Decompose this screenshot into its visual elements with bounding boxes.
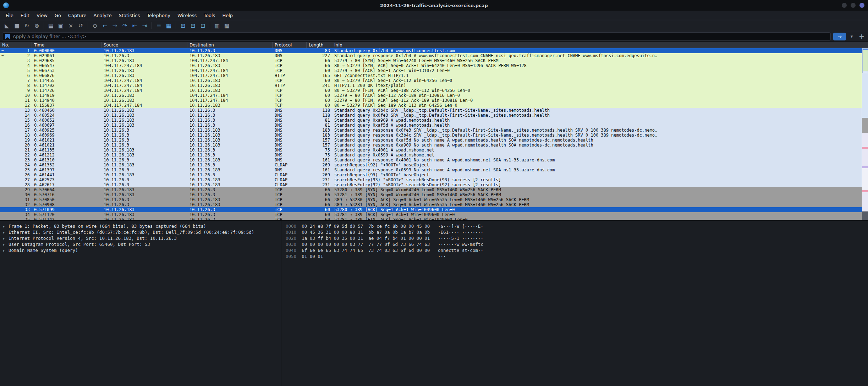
go-first-packet-icon[interactable]: ⇤ [130, 21, 139, 30]
go-back-icon[interactable]: ← [100, 21, 110, 30]
go-to-packet-icon[interactable]: ↷ [120, 21, 130, 30]
zoom-in-icon[interactable]: ⊞ [178, 21, 188, 30]
title-bar[interactable]: 2024-11-26-traffic-analysis-exercise.pca… [0, 0, 868, 11]
expand-arrow-icon[interactable]: ▸ [3, 236, 9, 242]
menu-item-wireless[interactable]: Wireless [174, 11, 200, 20]
find-packet-icon[interactable]: ⊙ [90, 21, 100, 30]
hex-row[interactable]: 0020 1a 03 ff b4 00 35 00 31 ae 04 f7 b4… [286, 235, 864, 241]
packet-row[interactable]: 300.57071610.11.26.18310.11.26.3TCP66532… [0, 192, 868, 197]
packet-row[interactable]: 350.57114210.11.26.18310.11.26.3TCP60532… [0, 217, 868, 220]
packet-row[interactable]: 200.46102110.11.26.310.11.26.183DNS157St… [0, 143, 868, 148]
packet-row[interactable]: 290.57066410.11.26.18310.11.26.3TCP66532… [0, 187, 868, 192]
resize-columns-icon[interactable]: ▥ [212, 21, 222, 30]
packet-row[interactable]: 220.46121210.11.26.18310.11.26.3DNS75Sta… [0, 153, 868, 158]
menu-item-view[interactable]: View [33, 11, 51, 20]
colorize-packets-icon[interactable]: ▦ [164, 21, 174, 30]
packet-row[interactable]: 230.46131010.11.26.310.11.26.183DNS161St… [0, 158, 868, 162]
column-header-length[interactable]: Length [307, 42, 332, 48]
packet-detail-line[interactable]: ▸Domain Name System (query) [3, 247, 278, 253]
reload-file-icon[interactable]: ↺ [76, 21, 86, 30]
window-minimize-button[interactable] [842, 3, 847, 8]
menu-item-tools[interactable]: Tools [200, 11, 219, 20]
stop-capture-icon[interactable]: ■ [12, 21, 22, 30]
packet-row[interactable]: 190.46102110.11.26.310.11.26.183DNS157St… [0, 138, 868, 143]
menu-item-analyze[interactable]: Analyze [90, 11, 115, 20]
go-last-packet-icon[interactable]: ⇥ [140, 21, 149, 30]
auto-scroll-icon[interactable]: ≡ [154, 21, 164, 30]
expand-arrow-icon[interactable]: ▸ [3, 230, 9, 236]
expand-arrow-icon[interactable]: ▸ [3, 242, 9, 248]
packet-row[interactable]: 90.114726104.117.247.18410.11.26.183TCP6… [0, 88, 868, 93]
packet-row[interactable]: 120.155837104.117.247.18410.11.26.183TCP… [0, 103, 868, 108]
packet-row[interactable]: 80.114702104.117.247.18410.11.26.183HTTP… [0, 83, 868, 88]
filter-history-dropdown[interactable]: ▾ [848, 34, 855, 39]
packet-row[interactable]: 340.57112010.11.26.18310.11.26.3TCP60532… [0, 212, 868, 217]
packet-row[interactable]: 70.114455104.117.247.18410.11.26.183TCP6… [0, 78, 868, 83]
hex-row[interactable]: 0040 6f 6e 6e 65 63 74 74 65 73 74 03 63… [286, 247, 864, 253]
packet-row[interactable]: 60.06687610.11.26.183104.117.247.184HTTP… [0, 73, 868, 78]
packet-row[interactable]: 310.57085010.11.26.310.11.26.183TCP66389… [0, 197, 868, 202]
expand-arrow-icon[interactable]: ▸ [3, 224, 9, 230]
packet-row[interactable]: 320.57090810.11.26.310.11.26.183TCP66389… [0, 202, 868, 207]
menu-item-telephony[interactable]: Telephony [143, 11, 174, 20]
expand-arrow-icon[interactable]: ▸ [3, 248, 9, 254]
packet-row[interactable]: ↩20.02906110.11.26.310.11.26.183DNS227St… [0, 53, 868, 58]
packet-row[interactable]: 260.46144110.11.26.18310.11.26.3CLDAP269… [0, 172, 868, 177]
packet-row[interactable]: 150.46065210.11.26.18310.11.26.3DNS81Sta… [0, 118, 868, 123]
menu-item-go[interactable]: Go [51, 11, 65, 20]
packet-detail-line[interactable]: ▸Frame 1: Packet, 83 bytes on wire (664 … [3, 223, 278, 229]
column-header-no[interactable]: No. [0, 42, 32, 48]
display-filter-input[interactable] [13, 34, 828, 39]
menu-item-edit[interactable]: Edit [17, 11, 33, 20]
open-file-icon[interactable]: ▤ [46, 21, 56, 30]
packet-row[interactable]: 140.46052410.11.26.18310.11.26.3DNS118St… [0, 113, 868, 118]
column-header-source[interactable]: Source [101, 42, 187, 48]
reset-layout-icon[interactable]: ▩ [222, 21, 232, 30]
window-maximize-button[interactable] [851, 3, 856, 8]
capture-options-icon[interactable]: ⊛ [32, 21, 42, 30]
hex-row[interactable]: 0010 00 45 36 31 00 00 80 11 bb a7 0a 0b… [286, 229, 864, 235]
menu-item-help[interactable]: Help [219, 11, 236, 20]
hex-row[interactable]: 0030 00 00 00 00 00 00 03 77 77 77 0f 6d… [286, 241, 864, 247]
zoom-original-icon[interactable]: ⊡ [198, 21, 208, 30]
packet-row[interactable]: 210.46113510.11.26.18310.11.26.3DNS75Sta… [0, 148, 868, 153]
filter-bookmark-icon[interactable] [5, 34, 10, 39]
menu-item-capture[interactable]: Capture [65, 11, 90, 20]
apply-filter-button[interactable]: → [833, 33, 846, 40]
packet-row[interactable]: 130.46046010.11.26.18310.11.26.3DNS118St… [0, 108, 868, 113]
restart-capture-icon[interactable]: ↻ [22, 21, 32, 30]
column-header-destination[interactable]: Destination [187, 42, 273, 48]
window-close-button[interactable] [859, 3, 864, 8]
packet-row[interactable]: 50.06675310.11.26.183104.117.247.184TCP6… [0, 68, 868, 73]
packet-row[interactable]: 280.46261710.11.26.310.11.26.183CLDAP231… [0, 182, 868, 187]
packet-detail-line[interactable]: ▸Ethernet II, Src: Intel_ce:fc:8b (d0:57… [3, 229, 278, 235]
packet-row[interactable]: 110.11494010.11.26.183104.117.247.184TCP… [0, 98, 868, 103]
packet-row[interactable]: 40.066547104.117.247.18410.11.26.183TCP6… [0, 63, 868, 68]
close-file-icon[interactable]: × [66, 21, 76, 30]
menu-item-statistics[interactable]: Statistics [115, 11, 143, 20]
packet-detail-line[interactable]: ▸Internet Protocol Version 4, Src: 10.11… [3, 235, 278, 241]
menu-item-file[interactable]: File [2, 11, 17, 20]
packet-row[interactable]: →10.00000010.11.26.18310.11.26.3DNS83Sta… [0, 48, 868, 53]
packet-row[interactable]: 180.46096910.11.26.310.11.26.183DNS183St… [0, 133, 868, 138]
packet-row[interactable]: 160.46069710.11.26.18310.11.26.3DNS81Sta… [0, 123, 868, 128]
packet-row[interactable]: 100.11491910.11.26.183104.117.247.184TCP… [0, 93, 868, 98]
scrollbar-thumb[interactable] [862, 48, 868, 73]
column-header-info[interactable]: Info [332, 42, 868, 48]
start-capture-icon[interactable]: ◣ [2, 21, 12, 30]
hex-row[interactable]: 0050 01 00 01 ··· [286, 253, 864, 259]
packet-row[interactable]: 30.02968510.11.26.183104.117.247.184TCP6… [0, 58, 868, 63]
packet-detail-line[interactable]: ▸User Datagram Protocol, Src Port: 65460… [3, 241, 278, 247]
save-file-icon[interactable]: ▣ [56, 21, 66, 30]
column-header-protocol[interactable]: Protocol [273, 42, 307, 48]
go-forward-icon[interactable]: → [110, 21, 120, 30]
packet-row[interactable]: 270.46257310.11.26.310.11.26.183CLDAP231… [0, 177, 868, 182]
packet-row[interactable]: 170.46092510.11.26.310.11.26.183DNS183St… [0, 128, 868, 133]
hex-row[interactable]: 0000 00 24 e8 7f 09 5d d0 57 7b ce fc 8b… [286, 223, 864, 229]
column-header-time[interactable]: Time [32, 42, 101, 48]
packet-row[interactable]: 240.46135210.11.26.18310.11.26.3CLDAP269… [0, 162, 868, 167]
zoom-out-icon[interactable]: ⊟ [188, 21, 198, 30]
packet-row[interactable]: 250.46139710.11.26.310.11.26.183DNS161St… [0, 167, 868, 172]
packet-row[interactable]: 330.57109910.11.26.18310.11.26.3TCP60532… [0, 207, 868, 212]
packet-list-scrollbar[interactable] [862, 48, 868, 220]
